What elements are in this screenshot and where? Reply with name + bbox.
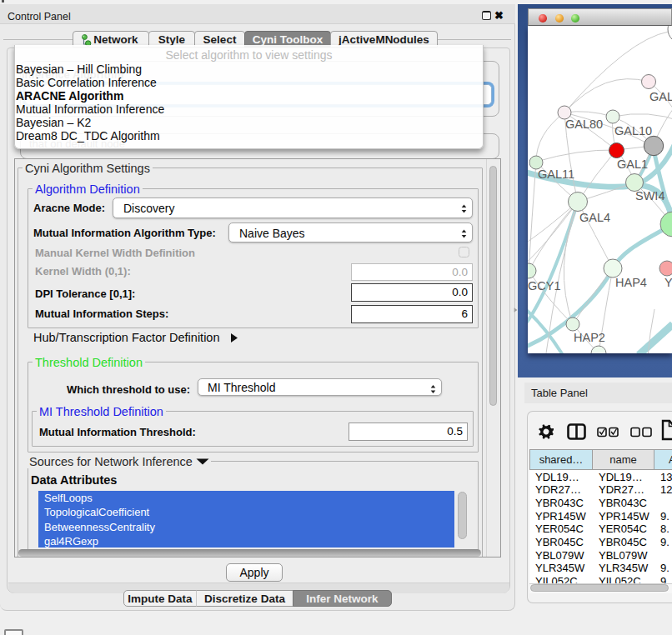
svg-text:GCY1: GCY1 bbox=[528, 279, 561, 292]
svg-text:GAL10: GAL10 bbox=[614, 124, 652, 138]
svg-text:GAL4: GAL4 bbox=[579, 211, 610, 224]
svg-text:HAP2: HAP2 bbox=[574, 331, 605, 344]
svg-text:GAL11: GAL11 bbox=[538, 168, 574, 181]
svg-text:GAL1: GAL1 bbox=[617, 158, 648, 171]
svg-text:Y: Y bbox=[664, 276, 672, 289]
svg-text:GAL80: GAL80 bbox=[565, 118, 603, 131]
svg-text:HAP4: HAP4 bbox=[615, 276, 647, 289]
svg-text:SWI4: SWI4 bbox=[635, 189, 664, 202]
svg-text:GAL7: GAL7 bbox=[649, 90, 672, 103]
